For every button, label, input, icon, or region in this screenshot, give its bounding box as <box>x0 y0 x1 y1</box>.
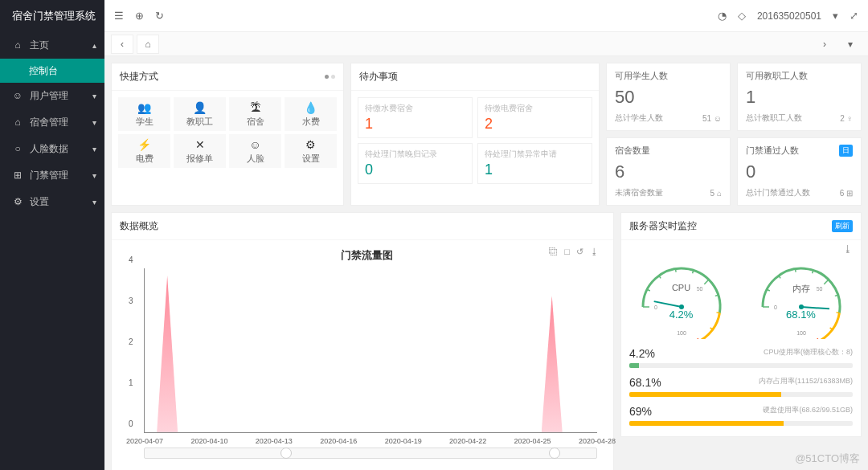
sidebar-item-settings[interactable]: ⚙设置▾ <box>0 189 104 215</box>
todo-card: 待办事项 待缴水费宿舍1待缴电费宿舍2待处理门禁晚归记录0待处理门禁异常申请1 <box>350 63 600 206</box>
chart-tool-1[interactable]: ⿻ <box>549 247 558 257</box>
shortcut-icon: ⚡ <box>137 138 151 153</box>
main-content: 快捷方式 👥学生👤教职工🏝宿舍💧水费⚡电费✕报修单☺人脸⚙设置 待办事项 待缴水… <box>104 56 868 470</box>
shortcut-3[interactable]: 💧水费 <box>285 97 337 131</box>
shortcut-icon: ⚙ <box>305 138 316 153</box>
svg-line-27 <box>817 338 818 339</box>
svg-line-20 <box>795 269 796 272</box>
sidebar-item-users[interactable]: ☺用户管理▾ <box>0 83 104 109</box>
tab-bar: ‹ ⌂ › ▾ <box>104 32 868 56</box>
gate-icon: ⊞ <box>12 162 23 189</box>
chart-peak <box>542 296 563 432</box>
sidebar-console[interactable]: 控制台 <box>0 59 104 83</box>
chart-tool-reset[interactable]: ↺ <box>576 247 583 257</box>
todo-item-0[interactable]: 待缴水费宿舍1 <box>358 97 473 138</box>
message-icon[interactable]: ◔ <box>718 10 727 22</box>
chevron-down-icon: ▾ <box>92 162 96 189</box>
shortcuts-title: 快捷方式 <box>120 70 158 84</box>
svg-line-19 <box>778 276 780 278</box>
theme-icon[interactable]: ◇ <box>738 10 746 22</box>
chevron-down-icon[interactable]: ▾ <box>833 10 838 22</box>
gauge-内存: 050100 内存 68.1% <box>749 259 854 339</box>
watermark: @51CTO博客 <box>795 452 860 466</box>
chevron-down-icon: ▾ <box>92 189 96 215</box>
chevron-down-icon: ▾ <box>92 109 96 136</box>
sidebar: 宿舍门禁管理系统 ⌂主页 ▴ 控制台 ☺用户管理▾ ⌂宿舍管理▾ ○人脸数据▾ … <box>0 0 104 470</box>
todo-item-3[interactable]: 待处理门禁异常申请1 <box>477 143 592 184</box>
user-icon: ☺ <box>12 83 23 109</box>
user-name[interactable]: 201635020501 <box>757 10 821 22</box>
shortcut-5[interactable]: ✕报修单 <box>174 134 226 168</box>
shortcut-icon: ✕ <box>195 138 205 153</box>
metric-0: 4.2%CPU使用率(物理核心数：8) <box>629 347 853 368</box>
svg-text:100: 100 <box>677 330 686 336</box>
day-badge: 日 <box>839 145 853 157</box>
svg-line-26 <box>829 328 832 329</box>
refresh-button[interactable]: 刷新 <box>832 220 853 232</box>
tab-home[interactable]: ⌂ <box>137 35 159 54</box>
download-icon[interactable]: ⭳ <box>843 243 853 255</box>
server-title: 服务器实时监控 <box>629 219 697 233</box>
chevron-up-icon: ▴ <box>92 32 96 59</box>
fullscreen-icon[interactable]: ⤢ <box>850 10 858 22</box>
chevron-down-icon: ▾ <box>92 83 96 109</box>
svg-line-14 <box>653 301 681 307</box>
shortcut-2[interactable]: 🏝宿舍 <box>229 97 281 131</box>
traffic-chart: 门禁流量图 ⿻ □ ↺ ⭳ 012342020-04-072020-04-102… <box>112 240 613 465</box>
stat-card-1: 可用教职工人数 1 总计教职工人数2 ♀ <box>737 63 862 131</box>
shortcut-1[interactable]: 👤教职工 <box>174 97 226 131</box>
stat-card-2: 宿舍数量 6 未满宿舍数量5 ⌂ <box>606 137 731 206</box>
svg-text:100: 100 <box>796 330 806 336</box>
shortcut-0[interactable]: 👥学生 <box>118 97 170 131</box>
chart-title: 门禁流量图 <box>136 248 597 263</box>
metric-1: 68.1%内存占用率(11152/16383MB) <box>629 376 853 397</box>
data-overview-card: 数据概览 门禁流量图 ⿻ □ ↺ ⭳ 012342020-04-072020-0… <box>111 212 614 470</box>
shortcut-7[interactable]: ⚙设置 <box>285 134 337 168</box>
shortcuts-card: 快捷方式 👥学生👤教职工🏝宿舍💧水费⚡电费✕报修单☺人脸⚙设置 <box>111 63 344 206</box>
tab-prev[interactable]: ‹ <box>111 35 133 54</box>
menu-toggle-icon[interactable]: ☰ <box>114 10 124 22</box>
shortcut-4[interactable]: ⚡电费 <box>118 134 170 168</box>
chevron-down-icon: ▾ <box>92 136 96 162</box>
sidebar-item-face[interactable]: ○人脸数据▾ <box>0 136 104 162</box>
chart-toolbar: ⿻ □ ↺ ⭳ <box>549 247 599 257</box>
stat-card-0: 可用学生人数 50 总计学生人数51 ☺ <box>606 63 731 131</box>
slider-knob-left[interactable] <box>280 448 292 459</box>
refresh-icon[interactable]: ↻ <box>155 10 164 22</box>
shortcut-6[interactable]: ☺人脸 <box>229 134 281 168</box>
building-icon: ⌂ <box>12 109 23 136</box>
chart-tool-2[interactable]: □ <box>564 247 570 257</box>
shortcut-icon: 🏝 <box>250 101 261 116</box>
sidebar-item-gate[interactable]: ⊞门禁管理▾ <box>0 162 104 189</box>
tab-next[interactable]: › <box>813 35 836 54</box>
globe-icon[interactable]: ⊕ <box>135 10 144 22</box>
metric-2: 69%硬盘使用率(68.62/99.51GB) <box>629 405 853 426</box>
slider-knob-right[interactable] <box>549 448 560 459</box>
sidebar-item-dorm[interactable]: ⌂宿舍管理▾ <box>0 109 104 136</box>
header: ☰ ⊕ ↻ ◔ ◇ 201635020501 ▾ ⤢ <box>104 0 868 32</box>
chart-download-icon[interactable]: ⭳ <box>590 247 599 257</box>
home-icon: ⌂ <box>12 32 23 59</box>
chart-peak <box>157 276 178 432</box>
stat-card-3: 门禁通过人数日 0 总计门禁通过人数6 ⊞ <box>737 137 862 206</box>
svg-line-4 <box>675 269 676 272</box>
todo-item-1[interactable]: 待缴电费宿舍2 <box>477 97 592 138</box>
shortcut-icon: 💧 <box>304 101 317 116</box>
shortcut-icon: 👥 <box>137 101 151 116</box>
gear-icon: ⚙ <box>12 189 23 215</box>
shortcut-icon: 👤 <box>193 101 207 116</box>
svg-line-10 <box>710 328 712 329</box>
pager-dots[interactable] <box>325 75 335 79</box>
server-monitor-card: 服务器实时监控 刷新 ⭳ 050100 CPU 4.2% 050100 <box>620 212 862 437</box>
todo-title: 待办事项 <box>351 63 599 91</box>
overview-title: 数据概览 <box>112 213 613 240</box>
gauge-CPU: 050100 CPU 4.2% <box>629 259 734 339</box>
chart-range-slider[interactable] <box>144 448 597 459</box>
sidebar-home[interactable]: ⌂主页 ▴ <box>0 32 104 59</box>
shortcut-icon: ☺ <box>249 138 260 153</box>
app-title: 宿舍门禁管理系统 <box>0 0 104 32</box>
tab-menu[interactable]: ▾ <box>839 35 862 54</box>
svg-line-11 <box>697 338 698 339</box>
todo-item-2[interactable]: 待处理门禁晚归记录0 <box>358 143 473 184</box>
svg-line-3 <box>658 276 660 278</box>
